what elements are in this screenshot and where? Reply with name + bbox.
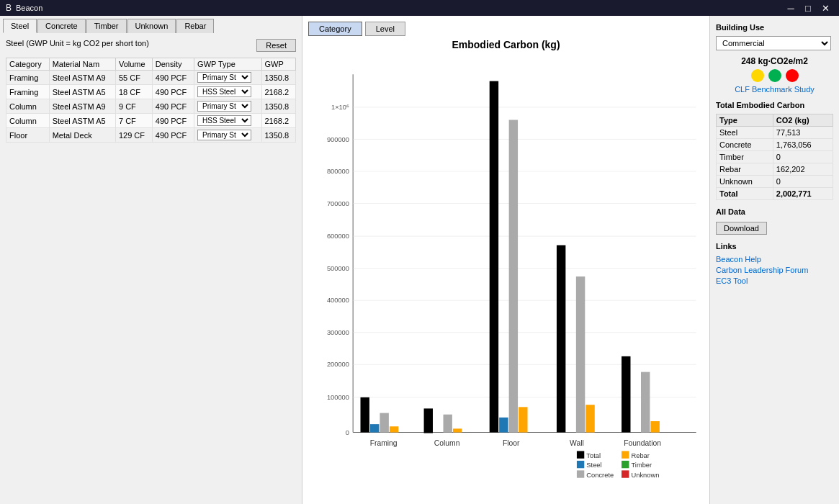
cell-gwptype[interactable]: Primary St HSS Steel Primary St — [194, 128, 261, 143]
svg-rect-23 — [577, 451, 584, 458]
tab-unknown[interactable]: Unknown — [127, 19, 176, 33]
close-button[interactable]: ✕ — [817, 0, 833, 16]
cell-volume: 55 CF — [115, 71, 152, 85]
carbon-value: 77,513 — [773, 127, 833, 139]
window-controls: ─ □ ✕ — [783, 0, 833, 16]
app-title: Beacon — [16, 4, 783, 12]
carbon-value: 0 — [773, 176, 833, 188]
bar-foundation-total — [622, 356, 630, 433]
svg-text:500000: 500000 — [327, 265, 349, 272]
cell-material: Steel ASTM A9 — [49, 71, 115, 85]
legend-steel: Steel — [586, 462, 601, 469]
gwp-type-select[interactable]: Primary St HSS Steel Primary St — [197, 72, 251, 83]
bar-wall-total — [557, 246, 565, 433]
cell-gwptype[interactable]: Primary St HSS Steel Primary St — [194, 99, 261, 114]
xlabel-column: Column — [434, 439, 460, 447]
bar-wall-concrete — [576, 276, 585, 432]
level-button[interactable]: Level — [365, 22, 405, 36]
cell-gwp: 2168.2 — [261, 85, 296, 99]
carbon-type: Total — [717, 188, 773, 200]
col-material: Material Nam — [49, 58, 115, 71]
svg-text:900000: 900000 — [327, 136, 349, 143]
tab-timber[interactable]: Timber — [86, 19, 127, 33]
svg-text:700000: 700000 — [327, 200, 349, 207]
table-row: Column Steel ASTM A5 7 CF 490 PCF HSS St… — [6, 114, 296, 128]
panel-title: Steel (GWP Unit = kg CO2 per short ton) — [6, 39, 149, 48]
tab-rebar[interactable]: Rebar — [176, 19, 214, 33]
table-row: Framing Steel ASTM A9 55 CF 490 PCF Prim… — [6, 71, 296, 85]
svg-text:100000: 100000 — [327, 394, 349, 401]
carbon-type: Timber — [717, 151, 773, 163]
bar-floor-total — [490, 81, 498, 433]
cell-category: Floor — [6, 128, 50, 143]
left-content: Reset Steel (GWP Unit = kg CO2 per short… — [0, 33, 302, 504]
legend-unknown: Unknown — [632, 472, 660, 479]
gwp-type-select[interactable]: Primary St HSS Steel Primary St — [197, 130, 251, 140]
all-data-title: All Data — [716, 207, 833, 216]
maximize-button[interactable]: □ — [800, 0, 816, 16]
right-panel: Building Use Commercial Residential Indu… — [709, 16, 839, 504]
cell-material: Steel ASTM A5 — [49, 114, 115, 128]
cell-volume: 129 CF — [115, 128, 152, 143]
cell-density: 490 PCF — [152, 99, 194, 114]
link-item[interactable]: Beacon Help — [716, 255, 833, 264]
reset-button[interactable]: Reset — [256, 39, 296, 52]
col-density: Density — [152, 58, 194, 71]
gwp-type-select[interactable]: HSS Steel HSS Steel Primary St — [197, 86, 251, 97]
carbon-col-type: Type — [717, 114, 773, 127]
bar-framing-steel — [370, 424, 379, 432]
building-use-title: Building Use — [716, 23, 833, 32]
link-item[interactable]: EC3 Tool — [716, 276, 833, 285]
tab-steel[interactable]: Steel — [3, 19, 37, 33]
benchmark-dot-green — [768, 69, 781, 82]
carbon-col-co2: CO2 (kg) — [773, 114, 833, 127]
bar-floor-steel — [499, 418, 508, 433]
cell-volume: 18 CF — [115, 85, 152, 99]
xlabel-floor: Floor — [503, 439, 520, 447]
table-row: Framing Steel ASTM A5 18 CF 490 PCF HSS … — [6, 85, 296, 99]
cell-gwptype[interactable]: HSS Steel HSS Steel Primary St — [194, 85, 261, 99]
carbon-value: 0 — [773, 151, 833, 163]
tab-bar: Steel Concrete Timber Unknown Rebar — [0, 16, 302, 33]
cell-gwp: 1350.8 — [261, 71, 296, 85]
svg-text:0: 0 — [346, 429, 349, 436]
category-button[interactable]: Category — [308, 22, 362, 36]
download-button[interactable]: Download — [716, 222, 767, 235]
bar-floor-rebar — [519, 407, 527, 432]
benchmark-dots — [716, 69, 833, 82]
carbon-table: Type CO2 (kg) Steel77,513Concrete1,763,0… — [716, 114, 833, 200]
svg-rect-26 — [622, 451, 629, 458]
bar-foundation-rebar — [650, 421, 659, 433]
carbon-value: 1,763,056 — [773, 139, 833, 151]
svg-rect-27 — [622, 461, 629, 468]
bar-column-rebar — [453, 428, 462, 432]
cell-gwptype[interactable]: HSS Steel HSS Steel Primary St — [194, 114, 261, 128]
benchmark-value: 248 kg·CO2e/m2 — [716, 56, 833, 66]
carbon-row: Total2,002,771 — [717, 188, 833, 200]
building-use-select[interactable]: Commercial Residential Industrial Educat… — [716, 36, 831, 50]
chart-area: 1×10⁶ 900000 800000 700000 600000 500000… — [308, 53, 704, 498]
links-title: Links — [716, 242, 833, 251]
xlabel-wall: Wall — [570, 439, 584, 447]
col-volume: Volume — [115, 58, 152, 71]
bar-wall-rebar — [585, 405, 594, 432]
svg-text:400000: 400000 — [327, 297, 349, 304]
clf-link[interactable]: CLF Benchmark Study — [716, 85, 833, 94]
gwp-type-select[interactable]: HSS Steel HSS Steel Primary St — [197, 115, 251, 126]
cell-gwptype[interactable]: Primary St HSS Steel Primary St — [194, 71, 261, 85]
gwp-type-select[interactable]: Primary St HSS Steel Primary St — [197, 101, 251, 112]
app-icon: B — [6, 3, 12, 13]
minimize-button[interactable]: ─ — [783, 0, 799, 16]
legend-concrete: Concrete — [586, 472, 614, 479]
carbon-type: Unknown — [717, 176, 773, 188]
cell-volume: 9 CF — [115, 99, 152, 114]
svg-rect-24 — [577, 461, 584, 468]
cell-material: Steel ASTM A5 — [49, 85, 115, 99]
xlabel-framing: Framing — [370, 439, 398, 447]
svg-rect-25 — [577, 470, 584, 477]
svg-text:800000: 800000 — [327, 168, 349, 175]
bar-framing-rebar — [390, 426, 398, 432]
left-panel: Steel Concrete Timber Unknown Rebar Rese… — [0, 16, 302, 504]
link-item[interactable]: Carbon Leadership Forum — [716, 266, 833, 274]
tab-concrete[interactable]: Concrete — [37, 19, 86, 33]
